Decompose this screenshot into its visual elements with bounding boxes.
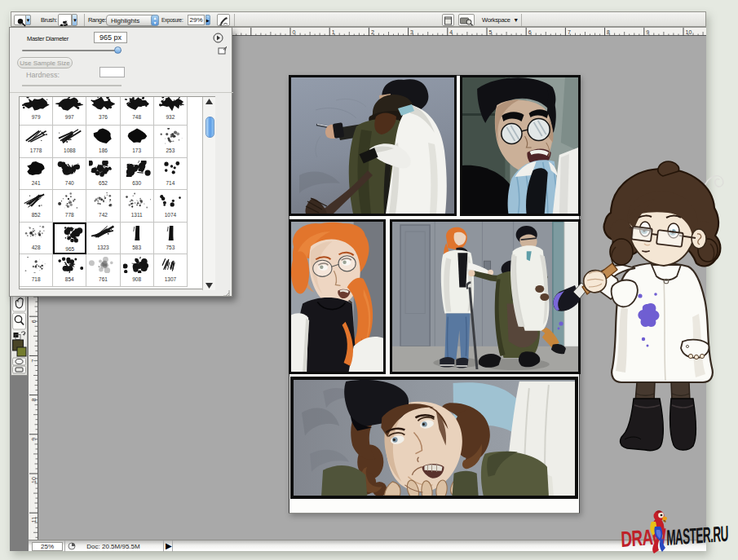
svg-text:2: 2 (371, 29, 374, 35)
svg-text:11: 11 (31, 517, 37, 523)
svg-text:9: 9 (646, 29, 649, 35)
svg-text:7: 7 (31, 359, 37, 362)
svg-text:0: 0 (293, 29, 296, 35)
svg-text:5: 5 (489, 29, 493, 35)
svg-text:8: 8 (607, 29, 610, 35)
svg-text:4: 4 (449, 29, 453, 35)
svg-text:3: 3 (410, 29, 413, 35)
svg-text:6: 6 (31, 320, 37, 323)
svg-text:1: 1 (332, 29, 335, 35)
svg-text:8: 8 (31, 399, 37, 402)
svg-text:9: 9 (31, 438, 37, 441)
svg-text:10: 10 (31, 477, 37, 483)
svg-text:6: 6 (528, 29, 532, 35)
svg-text:7: 7 (568, 29, 571, 35)
svg-text:10: 10 (686, 29, 692, 35)
